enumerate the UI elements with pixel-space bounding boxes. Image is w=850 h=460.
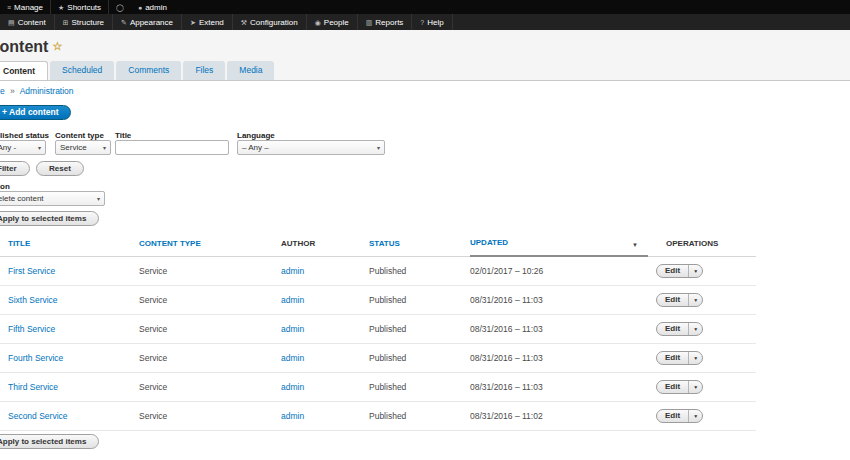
table-row: Fifth Service Service admin Published 08… bbox=[0, 314, 756, 343]
apply-to-selected-button-top[interactable]: Apply to selected items bbox=[0, 211, 99, 226]
manage-menu-item[interactable]: ≡ Manage bbox=[0, 0, 51, 14]
menu-icon: ≡ bbox=[7, 4, 11, 11]
updated-cell: 08/31/2016 – 11:03 bbox=[470, 314, 648, 343]
circle-icon: ◯ bbox=[116, 4, 124, 11]
appearance-icon: ✎ bbox=[121, 19, 127, 26]
operations-dropbutton: Edit▼ bbox=[656, 409, 703, 423]
shortcuts-label: Shortcuts bbox=[67, 3, 101, 12]
admin-menu-label: Configuration bbox=[250, 18, 298, 27]
operations-toggle-icon[interactable]: ▼ bbox=[689, 323, 702, 335]
table-header-row: TITLE CONTENT TYPE AUTHOR STATUS UPDATED… bbox=[0, 231, 756, 256]
admin-menu-people[interactable]: ◉ People bbox=[307, 14, 358, 30]
author-link[interactable]: admin bbox=[281, 295, 304, 305]
page-header: Content☆ Content Scheduled Comments File… bbox=[0, 30, 850, 81]
operations-toggle-icon[interactable]: ▼ bbox=[689, 265, 702, 277]
author-link[interactable]: admin bbox=[281, 382, 304, 392]
status-cell: Published bbox=[369, 256, 470, 285]
user-menu-item[interactable]: ● admin bbox=[131, 0, 174, 14]
column-header-updated[interactable]: UPDATED ▼ bbox=[470, 231, 648, 256]
admin-menu-reports[interactable]: ▥ Reports bbox=[358, 14, 413, 30]
admin-menu-extend[interactable]: ➤ Extend bbox=[182, 14, 233, 30]
breadcrumb-administration-link[interactable]: Administration bbox=[20, 86, 74, 96]
admin-menu-label: Reports bbox=[375, 18, 403, 27]
updated-cell: 02/01/2017 – 10:26 bbox=[470, 256, 648, 285]
content-type-select[interactable]: Service ▾ bbox=[55, 140, 111, 155]
shortcuts-menu-item[interactable]: ★ Shortcuts bbox=[51, 0, 109, 14]
updated-cell: 08/31/2016 – 11:03 bbox=[470, 372, 648, 401]
edit-button[interactable]: Edit bbox=[657, 381, 689, 393]
operations-dropbutton: Edit▼ bbox=[656, 380, 703, 394]
admin-menu-appearance[interactable]: ✎ Appearance bbox=[113, 14, 182, 30]
admin-menu-help[interactable]: ? Help bbox=[412, 14, 452, 30]
column-header-status[interactable]: STATUS bbox=[369, 231, 470, 256]
operations-toggle-icon[interactable]: ▼ bbox=[689, 381, 702, 393]
tab-comments[interactable]: Comments bbox=[116, 61, 181, 80]
table-row: First Service Service admin Published 02… bbox=[0, 256, 756, 285]
wrench-icon: ⚒ bbox=[241, 19, 247, 26]
add-content-button[interactable]: + Add content bbox=[0, 105, 71, 120]
page-title: Content☆ bbox=[0, 38, 62, 56]
operations-dropbutton: Edit▼ bbox=[656, 264, 703, 278]
drupal-content-admin-page: ≡ Manage ★ Shortcuts ◯ ● admin ▤ Content… bbox=[0, 0, 850, 460]
content-type-cell: Service bbox=[139, 314, 281, 343]
reports-icon: ▥ bbox=[366, 19, 373, 26]
table-row: Sixth Service Service admin Published 08… bbox=[0, 285, 756, 314]
breadcrumb-home-link[interactable]: Home bbox=[0, 86, 5, 96]
reset-button[interactable]: Reset bbox=[36, 161, 84, 176]
table-row: Fourth Service Service admin Published 0… bbox=[0, 343, 756, 372]
edit-button[interactable]: Edit bbox=[657, 323, 689, 335]
updated-header-label: UPDATED bbox=[470, 238, 508, 247]
column-header-content-type[interactable]: CONTENT TYPE bbox=[139, 231, 281, 256]
operations-dropbutton: Edit▼ bbox=[656, 322, 703, 336]
published-status-select[interactable]: - Any - ▾ bbox=[0, 140, 46, 155]
node-title-link[interactable]: Second Service bbox=[8, 411, 68, 421]
admin-menu-content[interactable]: ▤ Content bbox=[0, 14, 55, 30]
edit-button[interactable]: Edit bbox=[657, 410, 689, 422]
column-header-operations: OPERATIONS bbox=[648, 231, 756, 256]
content-type-cell: Service bbox=[139, 343, 281, 372]
title-input[interactable] bbox=[115, 140, 229, 155]
admin-menu-structure[interactable]: ⊞ Structure bbox=[55, 14, 113, 30]
manage-label: Manage bbox=[14, 3, 43, 12]
author-link[interactable]: admin bbox=[281, 411, 304, 421]
author-link[interactable]: admin bbox=[281, 324, 304, 334]
action-label: Action bbox=[0, 182, 10, 191]
title-label: Title bbox=[115, 131, 131, 140]
filter-button[interactable]: Filter bbox=[0, 161, 30, 176]
chevron-down-icon: ▾ bbox=[377, 144, 380, 151]
operations-toggle-icon[interactable]: ▼ bbox=[689, 352, 702, 364]
edit-button[interactable]: Edit bbox=[657, 265, 689, 277]
action-select[interactable]: Delete content ▾ bbox=[0, 191, 105, 206]
operations-toggle-icon[interactable]: ▼ bbox=[689, 294, 702, 306]
admin-menu-label: Structure bbox=[72, 18, 104, 27]
action-value: Delete content bbox=[0, 194, 44, 203]
status-cell: Published bbox=[369, 314, 470, 343]
operations-toggle-icon[interactable]: ▼ bbox=[689, 410, 702, 422]
bookmark-star-icon[interactable]: ☆ bbox=[52, 40, 62, 52]
primary-tabs: Content Scheduled Comments Files Media bbox=[0, 61, 276, 80]
author-link[interactable]: admin bbox=[281, 353, 304, 363]
author-link[interactable]: admin bbox=[281, 266, 304, 276]
apply-to-selected-button-bottom[interactable]: Apply to selected items bbox=[0, 434, 99, 449]
edit-button[interactable]: Edit bbox=[657, 352, 689, 364]
admin-menu-configuration[interactable]: ⚒ Configuration bbox=[233, 14, 307, 30]
status-cell: Published bbox=[369, 343, 470, 372]
tab-files[interactable]: Files bbox=[183, 61, 225, 80]
node-title-link[interactable]: Fifth Service bbox=[8, 324, 55, 334]
column-header-title[interactable]: TITLE bbox=[0, 231, 139, 256]
help-icon: ? bbox=[420, 19, 424, 26]
admin-menu-label: Appearance bbox=[130, 18, 173, 27]
tab-scheduled[interactable]: Scheduled bbox=[50, 61, 114, 80]
node-title-link[interactable]: Sixth Service bbox=[8, 295, 58, 305]
tab-content[interactable]: Content bbox=[0, 61, 48, 80]
language-select[interactable]: – Any – ▾ bbox=[237, 140, 385, 155]
column-header-author: AUTHOR bbox=[281, 231, 369, 256]
node-title-link[interactable]: First Service bbox=[8, 266, 55, 276]
edit-button[interactable]: Edit bbox=[657, 294, 689, 306]
tab-media[interactable]: Media bbox=[227, 61, 274, 80]
extend-icon: ➤ bbox=[190, 19, 196, 26]
node-title-link[interactable]: Third Service bbox=[8, 382, 58, 392]
node-title-link[interactable]: Fourth Service bbox=[8, 353, 63, 363]
content-type-cell: Service bbox=[139, 285, 281, 314]
announcement-item[interactable]: ◯ bbox=[109, 0, 131, 14]
